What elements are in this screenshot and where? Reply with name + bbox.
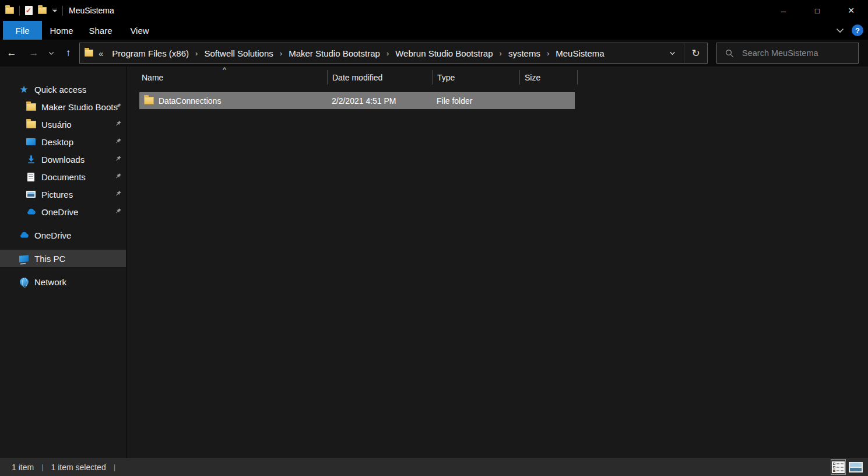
breadcrumb-separator[interactable]: › (277, 49, 285, 58)
folder-icon (144, 97, 154, 104)
pin-icon[interactable] (115, 190, 122, 197)
desktop-icon (26, 138, 36, 145)
recent-locations-chevron-icon[interactable] (44, 43, 58, 64)
divider (19, 6, 20, 16)
details-view-icon (832, 461, 845, 473)
breadcrumb-item[interactable]: Maker Studio Bootstrap (285, 48, 384, 58)
up-button[interactable]: ↑ (58, 43, 78, 64)
address-folder-icon (85, 50, 93, 57)
selection-count: 1 item selected (51, 463, 106, 472)
file-explorer-window: MeuSistema – □ × File Home Share View ? … (0, 0, 868, 476)
status-bar: 1 item | 1 item selected | (0, 458, 868, 476)
file-date-modified: 2/2/2021 4:51 PM (327, 96, 432, 106)
new-folder-qat-icon[interactable] (38, 7, 47, 14)
window-controls: – □ × (767, 0, 868, 21)
refresh-button[interactable]: ↻ (684, 43, 707, 63)
pin-icon[interactable] (115, 173, 122, 180)
pin-icon[interactable] (115, 120, 122, 127)
quick-access-star-icon: ★ (19, 85, 29, 94)
tab-home[interactable]: Home (42, 21, 81, 40)
forward-button[interactable]: → (23, 43, 44, 64)
address-bar[interactable]: « Program Files (x86) › Softwell Solutio… (79, 43, 708, 64)
minimize-button[interactable]: – (767, 0, 800, 21)
file-list-panel: ^ Name Date modified Type Size DataConne… (126, 66, 868, 458)
thumbnail-view-icon (849, 462, 863, 473)
this-pc-icon (19, 256, 29, 262)
sidebar-item-desktop[interactable]: Desktop (0, 133, 126, 150)
divider: | (106, 463, 123, 471)
window-title: MeuSistema (69, 6, 114, 15)
ribbon-tab-row: File Home Share View ? (0, 21, 868, 40)
file-type: File folder (432, 96, 519, 106)
column-header-name[interactable]: Name (126, 70, 327, 85)
breadcrumb-separator[interactable]: › (192, 49, 201, 58)
navigation-pane: ★ Quick access Maker Studio Boots Usuári… (0, 66, 126, 458)
breadcrumb-item[interactable]: Program Files (x86) (108, 48, 192, 58)
pictures-icon (26, 191, 36, 198)
tab-view[interactable]: View (120, 21, 159, 40)
divider: | (34, 463, 51, 471)
column-header-size[interactable]: Size (519, 70, 578, 85)
sidebar-item-onedrive[interactable]: OneDrive (0, 226, 126, 244)
sidebar-item-pictures[interactable]: Pictures (0, 186, 126, 203)
properties-qat-icon[interactable] (25, 6, 33, 15)
tab-share[interactable]: Share (81, 21, 120, 40)
breadcrumb-item[interactable]: Softwell Solutions (201, 48, 276, 58)
breadcrumb-item[interactable]: MeuSistema (552, 48, 607, 58)
close-button[interactable]: × (834, 0, 868, 21)
help-button[interactable]: ? (852, 24, 863, 36)
folder-icon (26, 103, 36, 111)
pin-icon[interactable] (115, 103, 122, 110)
breadcrumb-separator[interactable]: › (497, 49, 505, 58)
pin-icon[interactable] (115, 138, 122, 145)
sidebar-item-network[interactable]: Network (0, 273, 126, 290)
pin-icon[interactable] (115, 208, 122, 215)
search-icon (725, 49, 734, 58)
navigation-bar: ← → ↑ « Program Files (x86) › Softwell S… (0, 40, 868, 66)
file-row-dataconnections[interactable]: DataConnections 2/2/2021 4:51 PM File fo… (139, 92, 575, 109)
onedrive-cloud-icon (26, 208, 36, 215)
downloads-icon (26, 155, 36, 164)
sidebar-item-onedrive-pinned[interactable]: OneDrive (0, 203, 126, 220)
details-view-button[interactable] (831, 459, 846, 475)
breadcrumb-overflow-button[interactable]: « (93, 48, 108, 58)
network-icon (19, 278, 29, 286)
sidebar-item-usuario[interactable]: Usuário (0, 116, 126, 133)
quick-access-toolbar (0, 6, 63, 16)
breadcrumb-item[interactable]: systems (505, 48, 544, 58)
titlebar: MeuSistema – □ × (0, 0, 868, 21)
file-name: DataConnections (159, 96, 221, 106)
column-header-type[interactable]: Type (432, 70, 519, 85)
search-box (716, 43, 859, 64)
divider (62, 6, 63, 16)
explorer-window-icon (5, 7, 14, 14)
sort-ascending-caret-icon: ^ (223, 65, 226, 74)
column-headers: ^ Name Date modified Type Size (126, 66, 868, 88)
sidebar-item-this-pc[interactable]: This PC (0, 250, 126, 267)
maximize-button[interactable]: □ (800, 0, 834, 21)
large-icons-view-button[interactable] (848, 459, 863, 475)
back-button[interactable]: ← (0, 43, 23, 64)
expand-ribbon-chevron-icon[interactable] (836, 28, 844, 33)
address-dropdown-chevron-icon[interactable] (660, 43, 684, 63)
documents-icon (26, 173, 36, 181)
tab-file[interactable]: File (3, 21, 42, 40)
onedrive-cloud-icon (19, 232, 29, 239)
sidebar-item-quick-access[interactable]: ★ Quick access (0, 80, 126, 98)
sidebar-item-documents[interactable]: Documents (0, 168, 126, 186)
sidebar-item-downloads[interactable]: Downloads (0, 150, 126, 168)
sidebar-item-maker-studio-boots[interactable]: Maker Studio Boots (0, 98, 126, 116)
search-input[interactable] (742, 48, 841, 58)
content-area: ★ Quick access Maker Studio Boots Usuári… (0, 66, 868, 458)
qat-customize-dropdown-icon[interactable] (52, 9, 57, 12)
column-header-date-modified[interactable]: Date modified (327, 70, 432, 85)
breadcrumb-separator[interactable]: › (544, 49, 552, 58)
breadcrumb-separator[interactable]: › (384, 49, 392, 58)
folder-icon (26, 121, 36, 128)
pin-icon[interactable] (115, 155, 122, 162)
item-count: 1 item (12, 463, 34, 472)
breadcrumb-item[interactable]: Webrun Studio Bootstrap (392, 48, 496, 58)
